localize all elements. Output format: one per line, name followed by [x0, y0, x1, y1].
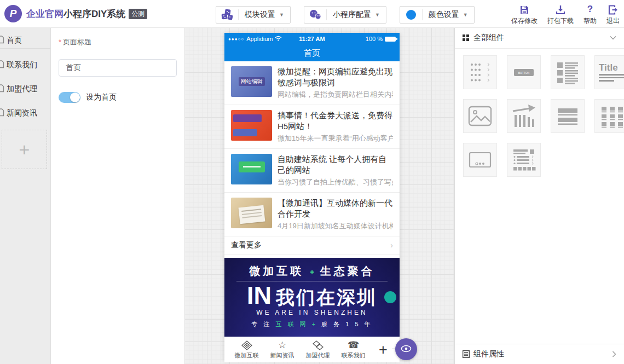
save-button[interactable]: 保存修改 — [511, 4, 538, 26]
exit-icon — [608, 4, 618, 15]
plus-icon: + — [379, 342, 388, 358]
download-button[interactable]: 打包下载 — [547, 4, 574, 26]
component-chart-arrow[interactable] — [507, 99, 541, 133]
page-title-input[interactable] — [59, 59, 177, 77]
chevron-down-icon: ▼ — [279, 12, 290, 18]
chevron-down-icon: ▼ — [463, 12, 474, 18]
component-properties-bar[interactable]: 组件属性 — [455, 344, 624, 364]
component-title[interactable]: Title — [594, 55, 624, 89]
module-settings-button[interactable]: 模块设置 ▼ — [216, 6, 291, 24]
download-icon — [556, 4, 565, 15]
title-icon: Title — [599, 63, 624, 82]
properties-icon — [463, 350, 470, 358]
banner-tagline: 专 注 互 联 网 + 服 务 1 5 年 — [224, 320, 400, 328]
sidebar-item-news[interactable]: 新闻资讯 — [0, 106, 50, 121]
thumbnail-image: 网站编辑 — [231, 66, 272, 97]
phone-tab-bar: 微加互联 ☆ 新闻资讯 加盟代理 ☎ 联系我们 + — [224, 337, 400, 362]
signal-dots-icon: ●●●○○ — [228, 37, 244, 42]
color-settings-button[interactable]: 颜色设置 ▼ — [400, 6, 475, 24]
page-icon — [0, 36, 4, 45]
page-icon — [0, 84, 4, 94]
news-list-item[interactable]: 【微加通讯】互动媒体的新一代合作开发 4月19日新加坡知名互动媒体设计机构Pin… — [224, 193, 400, 236]
tab-label: 加盟代理 — [306, 351, 330, 360]
view-more-label: 查看更多 — [231, 240, 262, 250]
component-image[interactable] — [463, 99, 497, 133]
view-more-link[interactable]: 查看更多 › — [224, 236, 400, 255]
news-desc: 4月19日新加坡知名互动媒体设计机构Pinh… — [278, 221, 393, 231]
miniprogram-config-button[interactable]: 小程序配置 ▼ — [304, 6, 386, 24]
banner-cn-text: 我们在深圳 — [276, 285, 377, 310]
all-components-label: 全部组件 — [473, 33, 504, 43]
all-components-header[interactable]: 全部组件 — [455, 27, 624, 49]
topbar: P 企业官网小程序DIY系统 公测 模块设置 ▼ 小程序配置 ▼ — [0, 0, 624, 28]
help-label: 帮助 — [583, 16, 597, 26]
exit-button[interactable]: 退出 — [606, 4, 620, 26]
button-icon: BUTTON — [512, 61, 536, 83]
module-settings-label: 模块设置 — [239, 10, 279, 20]
news-title: 微加提醒：网页编辑应避免出现敏感词与极限词 — [278, 66, 393, 88]
svg-text:BUTTON: BUTTON — [518, 71, 530, 74]
set-home-toggle[interactable] — [59, 92, 80, 103]
components-panel: 全部组件 BUTTON Title — [454, 27, 624, 364]
help-button[interactable]: ? 帮助 — [583, 4, 597, 26]
news-list-item[interactable]: 搞事情！代金券大派送，免费得H5网站！ 微加15年来一直秉承着“用心感动客户！”… — [224, 105, 400, 149]
help-icon: ? — [587, 4, 593, 15]
page-settings-panel: *页面标题 设为首页 — [51, 27, 184, 364]
news-desc: 微加15年来一直秉承着“用心感动客户！”的… — [278, 134, 393, 143]
banner-line2: IN 我们在深圳 — [224, 282, 400, 310]
battery-icon — [385, 37, 396, 42]
tab-news[interactable]: ☆ 新闻资讯 — [264, 340, 300, 360]
topbar-menu-buttons: 模块设置 ▼ 小程序配置 ▼ 颜色设置 ▼ — [216, 6, 475, 24]
eye-icon — [400, 344, 412, 355]
wechat-icon — [304, 9, 326, 20]
add-tab-button[interactable]: + — [371, 342, 395, 359]
phone-status-bar: ●●●○○ Applidium 11:27 AM 100 % — [224, 33, 400, 45]
brand-diamond-eye-icon — [241, 340, 253, 351]
app-title-secondary: 小程序DIY系统 — [63, 9, 125, 19]
star-icon: ☆ — [278, 340, 286, 351]
component-grid-nav[interactable] — [594, 99, 624, 133]
sidebar-item-contact[interactable]: 联系我们 — [0, 57, 50, 73]
tab-brand[interactable]: 微加互联 — [229, 340, 264, 360]
article-list-icon — [556, 60, 580, 84]
app-logo-icon: P — [4, 5, 22, 22]
sidebar-item-agency[interactable]: 加盟代理 — [0, 82, 50, 97]
preview-eye-button[interactable] — [395, 338, 417, 360]
banner-in-text: IN — [247, 282, 271, 308]
news-list-item[interactable]: 自助建站系统 让每个人拥有自己的网站 当你习惯了自拍上传优酷、习惯了写点小… — [224, 149, 400, 193]
component-button[interactable]: BUTTON — [507, 55, 541, 89]
set-home-row: 设为首页 — [59, 92, 177, 103]
tab-label: 新闻资讯 — [270, 351, 294, 360]
page-icon — [0, 108, 4, 118]
required-mark: * — [59, 38, 61, 46]
grid-nav-icon — [599, 104, 623, 128]
add-page-button[interactable]: + — [2, 130, 47, 169]
double-diamond-icon — [313, 340, 323, 351]
app-root: P 企业官网小程序DIY系统 公测 模块设置 ▼ 小程序配置 ▼ — [0, 0, 624, 364]
tab-contact[interactable]: ☎ 联系我们 — [336, 340, 371, 360]
color-swatch-icon — [400, 10, 422, 20]
thumbnail-image — [231, 110, 272, 141]
blocks-icon — [216, 9, 238, 21]
tab-agency[interactable]: 加盟代理 — [300, 340, 336, 360]
chart-arrow-icon — [512, 104, 536, 128]
pages-sidebar: 首页 联系我们 加盟代理 新闻资讯 + — [0, 27, 51, 364]
app-title: 企业官网小程序DIY系统 — [26, 8, 125, 20]
component-article-list[interactable] — [551, 55, 585, 89]
save-label: 保存修改 — [511, 16, 538, 26]
component-carousel[interactable] — [463, 143, 497, 177]
carrier-label: Applidium — [246, 36, 273, 42]
news-desc: 网站编辑，是指负责网站栏目相关内容的… — [278, 90, 393, 100]
news-list-item[interactable]: 网站编辑 微加提醒：网页编辑应避免出现敏感词与极限词 网站编辑，是指负责网站栏目… — [224, 61, 400, 105]
carousel-icon — [468, 149, 492, 171]
component-rich-list[interactable] — [507, 143, 541, 177]
news-desc: 当你习惯了自拍上传优酷、习惯了写点小… — [278, 177, 393, 187]
sidebar-item-home[interactable]: 首页 — [0, 33, 50, 49]
banner-image[interactable]: 微加互联 + 生态聚合 IN 我们在深圳 WE ARE IN SHENZHEN … — [224, 258, 400, 337]
component-banner-rows[interactable] — [551, 99, 585, 133]
color-settings-label: 颜色设置 — [423, 10, 463, 20]
image-icon — [468, 106, 492, 126]
component-menu-list[interactable] — [463, 55, 497, 89]
thumbnail-caption: 网站编辑 — [239, 77, 265, 86]
components-grid: BUTTON Title — [455, 49, 624, 177]
